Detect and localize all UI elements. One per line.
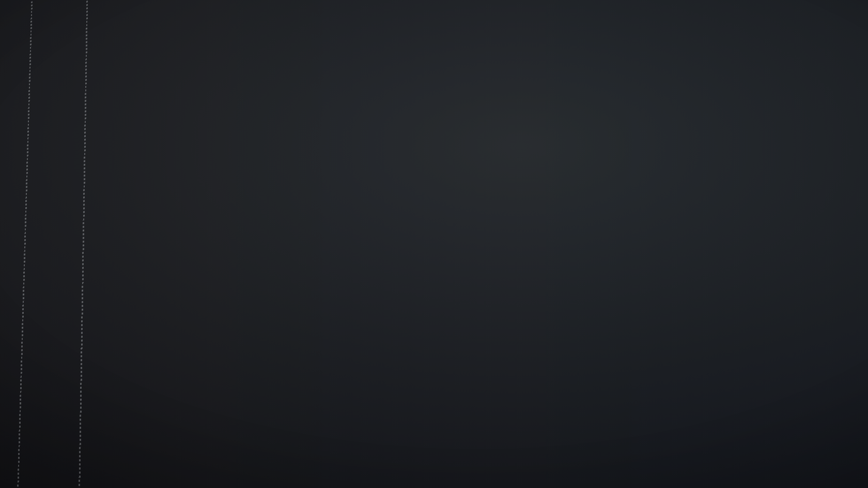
indent-guide [0,0,44,488]
indent-guide [60,0,95,488]
code-line: string path [0,0,93,488]
code-line: HttpWebResponse myResponse = (HttpWebRes… [0,0,120,488]
code-line: using (StreamReader sr = new StreamReade… [0,0,116,488]
code-line: HttpWebRequest myReq = (HttpWebRequest)W… [0,0,122,488]
code-line: { [0,0,112,488]
code-line: pageContent = sr.ReadToEnd(); [0,0,107,488]
editor-surface: ndomString(); tingString = "hr4aTFAcYQ{.… [0,0,868,488]
code-line: ring pageContent = null; [0,0,125,488]
code-editor-photo: ndomString(); tingString = "hr4aTFAcYQ{.… [0,0,868,488]
